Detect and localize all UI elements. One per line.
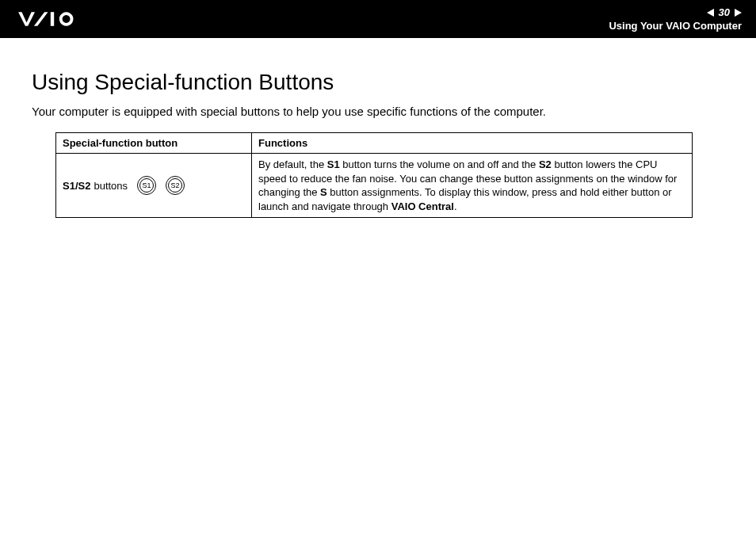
svg-rect-0 <box>51 12 54 26</box>
next-page-icon[interactable] <box>735 9 742 17</box>
page-number: 30 <box>719 6 730 18</box>
intro-text: Your computer is equipped with special b… <box>32 105 724 118</box>
header-right: 30 Using Your VAIO Computer <box>609 6 742 32</box>
vaio-logo <box>17 10 105 28</box>
table-row: S1/S2 buttons S1 S2 By default, the S1 b… <box>56 154 693 218</box>
header-bar: 30 Using Your VAIO Computer <box>0 0 756 38</box>
s2-button-icon: S2 <box>166 176 185 195</box>
button-name-bold: S1/S2 <box>63 180 90 192</box>
button-name-rest: buttons <box>94 180 128 192</box>
col-header-button: Special-function button <box>56 133 252 154</box>
col-header-functions: Functions <box>252 133 693 154</box>
section-label: Using Your VAIO Computer <box>609 20 742 32</box>
page-heading: Using Special-function Buttons <box>32 70 724 95</box>
page-content: Using Special-function Buttons Your comp… <box>0 38 756 218</box>
table-header-row: Special-function button Functions <box>56 133 693 154</box>
button-cell: S1/S2 buttons S1 S2 <box>56 154 252 218</box>
function-cell: By default, the S1 button turns the volu… <box>252 154 693 218</box>
s1-button-icon: S1 <box>137 176 156 195</box>
functions-table: Special-function button Functions S1/S2 … <box>55 132 693 218</box>
prev-page-icon[interactable] <box>707 9 714 17</box>
